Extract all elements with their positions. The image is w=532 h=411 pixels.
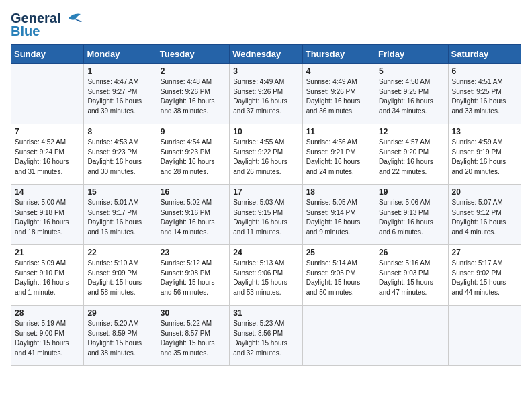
day-number: 14: [15, 187, 80, 197]
calendar-cell: 31Sunrise: 5:23 AM Sunset: 8:56 PM Dayli…: [230, 306, 302, 366]
day-info: Sunrise: 5:09 AM Sunset: 9:10 PM Dayligh…: [15, 259, 80, 298]
calendar-cell: 1Sunrise: 4:47 AM Sunset: 9:27 PM Daylig…: [84, 64, 157, 124]
calendar-cell: 29Sunrise: 5:20 AM Sunset: 8:59 PM Dayli…: [84, 306, 157, 366]
day-number: 31: [233, 308, 298, 318]
day-info: Sunrise: 5:06 AM Sunset: 9:13 PM Dayligh…: [379, 198, 444, 237]
day-number: 30: [161, 308, 226, 318]
day-number: 2: [161, 66, 226, 76]
calendar-cell: 19Sunrise: 5:06 AM Sunset: 9:13 PM Dayli…: [375, 185, 448, 245]
calendar-cell: 23Sunrise: 5:12 AM Sunset: 9:08 PM Dayli…: [157, 245, 229, 306]
calendar-cell: 26Sunrise: 5:16 AM Sunset: 9:03 PM Dayli…: [375, 245, 448, 306]
day-info: Sunrise: 4:55 AM Sunset: 9:22 PM Dayligh…: [233, 138, 298, 177]
day-info: Sunrise: 4:56 AM Sunset: 9:21 PM Dayligh…: [306, 138, 371, 177]
day-info: Sunrise: 5:05 AM Sunset: 9:14 PM Dayligh…: [306, 198, 371, 237]
day-header-thursday: Thursday: [302, 45, 375, 64]
day-number: 29: [87, 308, 152, 318]
page-header: General Blue: [11, 11, 521, 39]
calendar-cell: 30Sunrise: 5:22 AM Sunset: 8:57 PM Dayli…: [157, 306, 229, 366]
calendar-cell: 25Sunrise: 5:14 AM Sunset: 9:05 PM Dayli…: [302, 245, 375, 306]
calendar-cell: [375, 306, 448, 366]
day-info: Sunrise: 5:14 AM Sunset: 9:05 PM Dayligh…: [306, 259, 371, 298]
calendar-cell: 11Sunrise: 4:56 AM Sunset: 9:21 PM Dayli…: [302, 124, 375, 185]
day-info: Sunrise: 4:57 AM Sunset: 9:20 PM Dayligh…: [379, 138, 444, 177]
day-header-saturday: Saturday: [448, 45, 521, 64]
day-info: Sunrise: 4:51 AM Sunset: 9:25 PM Dayligh…: [452, 77, 517, 116]
day-number: 27: [452, 248, 517, 257]
calendar-cell: [448, 306, 521, 366]
calendar-cell: 27Sunrise: 5:17 AM Sunset: 9:02 PM Dayli…: [448, 245, 521, 306]
day-info: Sunrise: 5:03 AM Sunset: 9:15 PM Dayligh…: [233, 198, 298, 237]
day-number: 11: [306, 127, 371, 136]
day-info: Sunrise: 5:16 AM Sunset: 9:03 PM Dayligh…: [379, 259, 444, 298]
day-info: Sunrise: 5:10 AM Sunset: 9:09 PM Dayligh…: [87, 259, 152, 298]
day-info: Sunrise: 4:49 AM Sunset: 9:26 PM Dayligh…: [233, 77, 298, 116]
day-info: Sunrise: 4:59 AM Sunset: 9:19 PM Dayligh…: [452, 138, 517, 177]
day-header-wednesday: Wednesday: [230, 45, 302, 64]
day-info: Sunrise: 5:02 AM Sunset: 9:16 PM Dayligh…: [161, 198, 226, 237]
calendar-cell: 18Sunrise: 5:05 AM Sunset: 9:14 PM Dayli…: [302, 185, 375, 245]
calendar-cell: 3Sunrise: 4:49 AM Sunset: 9:26 PM Daylig…: [230, 64, 302, 124]
day-info: Sunrise: 5:01 AM Sunset: 9:17 PM Dayligh…: [87, 198, 152, 237]
calendar-cell: 21Sunrise: 5:09 AM Sunset: 9:10 PM Dayli…: [11, 245, 84, 306]
calendar-cell: 20Sunrise: 5:07 AM Sunset: 9:12 PM Dayli…: [448, 185, 521, 245]
calendar-week-row: 14Sunrise: 5:00 AM Sunset: 9:18 PM Dayli…: [11, 185, 521, 245]
days-header-row: SundayMondayTuesdayWednesdayThursdayFrid…: [11, 45, 521, 64]
day-header-sunday: Sunday: [11, 45, 84, 64]
day-number: 26: [379, 248, 444, 257]
day-info: Sunrise: 5:13 AM Sunset: 9:06 PM Dayligh…: [233, 259, 298, 298]
day-info: Sunrise: 5:22 AM Sunset: 8:57 PM Dayligh…: [161, 319, 226, 358]
day-info: Sunrise: 4:54 AM Sunset: 9:23 PM Dayligh…: [161, 138, 226, 177]
calendar-cell: 7Sunrise: 4:52 AM Sunset: 9:24 PM Daylig…: [11, 124, 84, 185]
day-number: 13: [452, 127, 517, 136]
calendar-cell: [302, 306, 375, 366]
calendar-cell: 13Sunrise: 4:59 AM Sunset: 9:19 PM Dayli…: [448, 124, 521, 185]
calendar-cell: 6Sunrise: 4:51 AM Sunset: 9:25 PM Daylig…: [448, 64, 521, 124]
day-number: 19: [379, 187, 444, 197]
day-number: 3: [233, 66, 298, 76]
day-header-friday: Friday: [375, 45, 448, 64]
day-number: 16: [161, 187, 226, 197]
calendar-week-row: 28Sunrise: 5:19 AM Sunset: 9:00 PM Dayli…: [11, 306, 521, 366]
calendar-cell: 9Sunrise: 4:54 AM Sunset: 9:23 PM Daylig…: [157, 124, 229, 185]
logo-blue-text: Blue: [11, 24, 40, 39]
day-number: 24: [233, 248, 298, 257]
day-info: Sunrise: 5:19 AM Sunset: 9:00 PM Dayligh…: [15, 319, 80, 358]
calendar-cell: 24Sunrise: 5:13 AM Sunset: 9:06 PM Dayli…: [230, 245, 302, 306]
calendar-cell: 15Sunrise: 5:01 AM Sunset: 9:17 PM Dayli…: [84, 185, 157, 245]
logo-bird-icon: [62, 11, 83, 25]
calendar-cell: 14Sunrise: 5:00 AM Sunset: 9:18 PM Dayli…: [11, 185, 84, 245]
day-info: Sunrise: 5:12 AM Sunset: 9:08 PM Dayligh…: [161, 259, 226, 298]
logo: General Blue: [11, 11, 83, 39]
day-info: Sunrise: 5:00 AM Sunset: 9:18 PM Dayligh…: [15, 198, 80, 237]
calendar-cell: 17Sunrise: 5:03 AM Sunset: 9:15 PM Dayli…: [230, 185, 302, 245]
day-info: Sunrise: 4:53 AM Sunset: 9:23 PM Dayligh…: [87, 138, 152, 177]
calendar-cell: [11, 64, 84, 124]
calendar-cell: 22Sunrise: 5:10 AM Sunset: 9:09 PM Dayli…: [84, 245, 157, 306]
calendar-cell: 28Sunrise: 5:19 AM Sunset: 9:00 PM Dayli…: [11, 306, 84, 366]
calendar-week-row: 21Sunrise: 5:09 AM Sunset: 9:10 PM Dayli…: [11, 245, 521, 306]
day-number: 12: [379, 127, 444, 136]
day-info: Sunrise: 5:17 AM Sunset: 9:02 PM Dayligh…: [452, 259, 517, 298]
day-info: Sunrise: 4:48 AM Sunset: 9:26 PM Dayligh…: [161, 77, 226, 116]
day-header-tuesday: Tuesday: [157, 45, 229, 64]
calendar-week-row: 7Sunrise: 4:52 AM Sunset: 9:24 PM Daylig…: [11, 124, 521, 185]
day-number: 21: [15, 248, 80, 257]
calendar-cell: 2Sunrise: 4:48 AM Sunset: 9:26 PM Daylig…: [157, 64, 229, 124]
day-number: 15: [87, 187, 152, 197]
day-number: 7: [15, 127, 80, 136]
day-header-monday: Monday: [84, 45, 157, 64]
day-info: Sunrise: 4:47 AM Sunset: 9:27 PM Dayligh…: [87, 77, 152, 116]
day-number: 28: [15, 308, 80, 318]
day-number: 17: [233, 187, 298, 197]
day-info: Sunrise: 5:20 AM Sunset: 8:59 PM Dayligh…: [87, 319, 152, 358]
day-number: 23: [161, 248, 226, 257]
day-number: 5: [379, 66, 444, 76]
day-number: 1: [87, 66, 152, 76]
day-number: 6: [452, 66, 517, 76]
day-number: 20: [452, 187, 517, 197]
day-number: 18: [306, 187, 371, 197]
calendar-cell: 16Sunrise: 5:02 AM Sunset: 9:16 PM Dayli…: [157, 185, 229, 245]
day-info: Sunrise: 5:23 AM Sunset: 8:56 PM Dayligh…: [233, 319, 298, 358]
calendar-week-row: 1Sunrise: 4:47 AM Sunset: 9:27 PM Daylig…: [11, 64, 521, 124]
day-number: 10: [233, 127, 298, 136]
